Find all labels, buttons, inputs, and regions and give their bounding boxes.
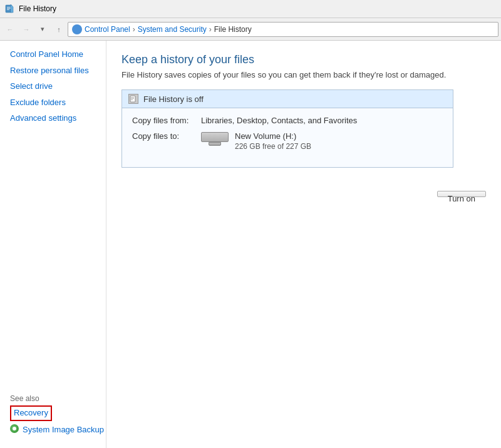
drive-details: New Volume (H:) 226 GB free of 227 GB [235, 131, 311, 151]
fh-copy-to-label: Copy files to: [132, 131, 201, 141]
sidebar-nav: Control Panel Home Restore personal file… [10, 48, 106, 125]
sidebar-item-exclude-folders[interactable]: Exclude folders [10, 96, 106, 109]
svg-rect-2 [7, 8, 11, 9]
fh-status-text: File History is off [143, 94, 204, 104]
breadcrumb-current: File History [214, 25, 252, 34]
sidebar-item-advanced-settings[interactable]: Advanced settings [10, 112, 106, 125]
content-title: Keep a history of your files [121, 53, 486, 66]
forward-button[interactable]: → [19, 22, 34, 37]
fh-box-header: File History is off [122, 90, 453, 108]
breadcrumb-icon [72, 24, 82, 34]
breadcrumb-control-panel[interactable]: Control Panel [85, 25, 130, 34]
sidebar: Control Panel Home Restore personal file… [0, 41, 106, 448]
system-image-icon [10, 424, 20, 434]
svg-rect-1 [7, 7, 11, 8]
app-icon [5, 4, 15, 14]
nav-bar: ← → ▾ ↑ Control Panel › System and Secur… [0, 18, 501, 41]
content-description: File History saves copies of your files … [121, 70, 486, 79]
system-image-link-row: System Image Backup [10, 424, 106, 436]
title-bar: File History [0, 0, 501, 18]
content-wrapper: Keep a history of your files File Histor… [106, 41, 501, 448]
fh-drive-info: New Volume (H:) 226 GB free of 227 GB [201, 131, 311, 151]
drive-name: New Volume (H:) [235, 131, 311, 141]
file-history-status-box: File History is off Copy files from: Lib… [121, 89, 453, 168]
up-button[interactable]: ↑ [51, 22, 66, 37]
sidebar-item-control-panel-home[interactable]: Control Panel Home [10, 48, 106, 61]
fh-copy-from-label: Copy files from: [132, 116, 201, 125]
drive-icon [201, 132, 229, 151]
address-bar[interactable]: Control Panel › System and Security › Fi… [68, 22, 498, 37]
sidebar-item-restore-personal-files[interactable]: Restore personal files [10, 64, 106, 77]
see-also-section: See also Recovery System Image Backup [10, 394, 106, 440]
fh-box-body: Copy files from: Libraries, Desktop, Con… [122, 108, 453, 167]
dropdown-button[interactable]: ▾ [35, 22, 50, 37]
content-panel: Keep a history of your files File Histor… [106, 41, 501, 180]
fh-copy-to-row: Copy files to: New Volume (H:) 226 GB fr… [132, 131, 443, 151]
turn-on-button[interactable]: Turn on [437, 191, 486, 197]
svg-rect-6 [131, 98, 134, 99]
svg-rect-3 [7, 9, 9, 10]
breadcrumb-sep-2: › [209, 25, 212, 34]
system-image-backup-link[interactable]: System Image Backup [23, 424, 104, 436]
back-button[interactable]: ← [3, 22, 18, 37]
see-also-recovery-link[interactable]: Recovery [10, 405, 52, 420]
svg-rect-5 [131, 97, 134, 98]
main-area: Control Panel Home Restore personal file… [0, 41, 501, 448]
drive-space: 226 GB free of 227 GB [235, 142, 311, 151]
fh-copy-from-row: Copy files from: Libraries, Desktop, Con… [132, 116, 443, 125]
breadcrumb-system-security[interactable]: System and Security [138, 25, 207, 34]
fh-copy-from-value: Libraries, Desktop, Contacts, and Favori… [201, 116, 357, 125]
title-bar-text: File History [19, 4, 56, 13]
sidebar-item-select-drive[interactable]: Select drive [10, 80, 106, 93]
svg-rect-7 [131, 99, 133, 100]
see-also-label: See also [10, 394, 106, 403]
breadcrumb-sep-1: › [133, 25, 135, 34]
fh-header-icon [128, 94, 138, 104]
